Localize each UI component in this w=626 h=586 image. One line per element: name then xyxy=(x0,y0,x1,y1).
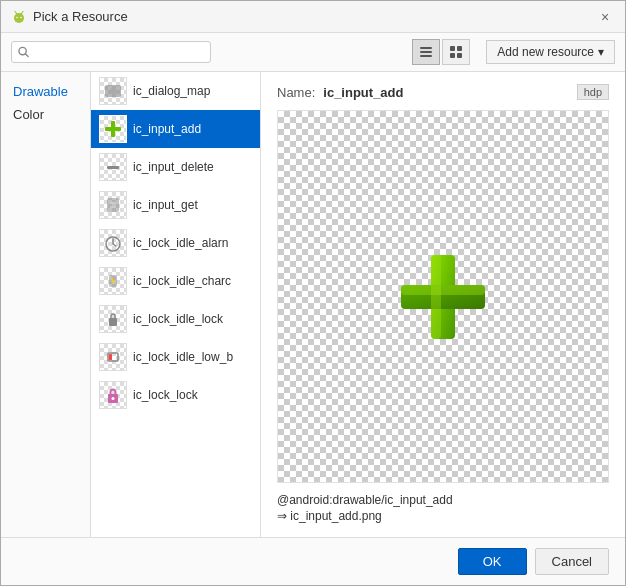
list-item[interactable]: ic_input_add xyxy=(91,110,260,148)
title-bar-left: Pick a Resource xyxy=(11,9,128,25)
svg-rect-14 xyxy=(457,53,462,58)
svg-rect-13 xyxy=(450,53,455,58)
svg-rect-35 xyxy=(431,255,441,339)
detail-name-row: Name: ic_input_add hdp xyxy=(277,84,609,100)
search-box[interactable] xyxy=(11,41,211,63)
category-color[interactable]: Color xyxy=(1,103,90,126)
resource-label: ic_lock_idle_charc xyxy=(133,274,231,288)
preview-icon xyxy=(393,247,493,347)
grid-view-button[interactable] xyxy=(442,39,470,65)
search-input[interactable] xyxy=(33,45,204,59)
add-resource-button[interactable]: Add new resource ▾ xyxy=(486,40,615,64)
resource-thumbnail xyxy=(99,153,127,181)
resource-label: ic_input_get xyxy=(133,198,198,212)
svg-rect-36 xyxy=(401,285,485,295)
content-area: Drawable Color ic_dialog_map xyxy=(1,72,625,537)
svg-rect-22 xyxy=(110,206,116,208)
resource-label: ic_lock_idle_alarn xyxy=(133,236,228,250)
resource-thumbnail xyxy=(99,229,127,257)
svg-point-32 xyxy=(112,397,115,400)
resource-thumbnail xyxy=(99,343,127,371)
list-view-button[interactable] xyxy=(412,39,440,65)
title-bar: Pick a Resource × xyxy=(1,1,625,33)
list-item[interactable]: ic_lock_idle_alarn xyxy=(91,224,260,262)
resource-label: ic_input_add xyxy=(133,122,201,136)
svg-line-7 xyxy=(25,54,28,57)
resource-thumbnail xyxy=(99,191,127,219)
resource-label: ic_dialog_map xyxy=(133,84,210,98)
resource-thumbnail xyxy=(99,267,127,295)
resource-thumbnail xyxy=(99,381,127,409)
svg-rect-8 xyxy=(420,47,432,49)
view-toggles xyxy=(412,39,470,65)
list-item[interactable]: ic_lock_idle_charc xyxy=(91,262,260,300)
hdp-badge: hdp xyxy=(577,84,609,100)
svg-point-16 xyxy=(110,88,116,94)
svg-rect-19 xyxy=(107,166,119,169)
android-icon xyxy=(11,9,27,25)
svg-rect-10 xyxy=(420,55,432,57)
detail-panel: Name: ic_input_add hdp xyxy=(261,72,625,537)
svg-line-5 xyxy=(22,11,24,13)
svg-point-3 xyxy=(20,16,22,18)
resource-label: ic_lock_idle_lock xyxy=(133,312,223,326)
filename-row: ⇒ ic_input_add.png xyxy=(277,509,609,523)
resource-list[interactable]: ic_dialog_map ic_input_add xyxy=(91,72,261,537)
preview-area xyxy=(277,110,609,483)
toolbar: Add new resource ▾ xyxy=(1,33,625,72)
resource-label: ic_input_delete xyxy=(133,160,214,174)
arrow-symbol: ⇒ xyxy=(277,509,287,523)
svg-rect-20 xyxy=(107,198,119,212)
pick-resource-dialog: Pick a Resource × xyxy=(0,0,626,586)
svg-rect-28 xyxy=(109,318,117,326)
svg-rect-9 xyxy=(420,51,432,53)
svg-rect-30 xyxy=(109,354,112,360)
list-item[interactable]: ic_lock_idle_low_b xyxy=(91,338,260,376)
ok-button[interactable]: OK xyxy=(458,548,527,575)
android-path-row: @android:drawable/ic_input_add xyxy=(277,493,609,507)
android-path: @android:drawable/ic_input_add xyxy=(277,493,453,507)
close-button[interactable]: × xyxy=(595,7,615,27)
svg-point-2 xyxy=(16,16,18,18)
svg-rect-12 xyxy=(457,46,462,51)
svg-rect-21 xyxy=(110,202,116,204)
list-item[interactable]: ic_input_delete xyxy=(91,148,260,186)
filename: ic_input_add.png xyxy=(290,509,381,523)
resource-label: ic_lock_idle_low_b xyxy=(133,350,233,364)
dialog-title: Pick a Resource xyxy=(33,9,128,24)
resource-name: ic_input_add xyxy=(323,85,403,100)
search-icon xyxy=(18,46,29,58)
name-label: Name: xyxy=(277,85,315,100)
svg-line-4 xyxy=(15,11,17,13)
svg-line-25 xyxy=(113,244,116,246)
list-item[interactable]: ic_lock_lock xyxy=(91,376,260,414)
resource-thumbnail xyxy=(99,305,127,333)
grid-view-icon xyxy=(449,45,463,59)
list-view-icon xyxy=(419,45,433,59)
svg-rect-11 xyxy=(450,46,455,51)
list-item[interactable]: ic_lock_idle_lock xyxy=(91,300,260,338)
category-drawable[interactable]: Drawable xyxy=(1,80,90,103)
resource-thumbnail xyxy=(99,77,127,105)
svg-rect-1 xyxy=(15,16,23,22)
resource-label: ic_lock_lock xyxy=(133,388,198,402)
dialog-footer: OK Cancel xyxy=(1,537,625,585)
cancel-button[interactable]: Cancel xyxy=(535,548,609,575)
svg-rect-18 xyxy=(105,127,121,131)
resource-thumbnail xyxy=(99,115,127,143)
list-item[interactable]: ic_input_get xyxy=(91,186,260,224)
category-panel: Drawable Color xyxy=(1,72,91,537)
list-item[interactable]: ic_dialog_map xyxy=(91,72,260,110)
